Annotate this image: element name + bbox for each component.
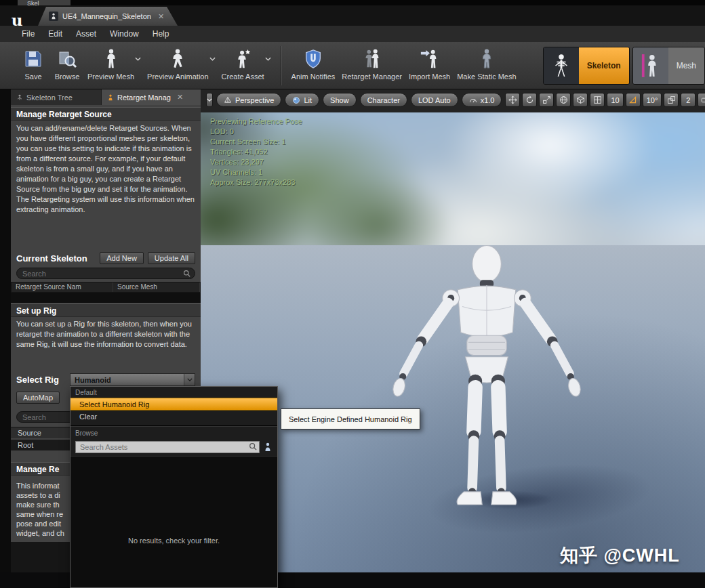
playback-speed-button[interactable]: x1.0 <box>462 93 502 107</box>
preview-mesh-dropdown-arrow[interactable] <box>135 57 141 61</box>
select-rig-row: Select Rig Humanoid <box>16 373 195 386</box>
tab-retarget-manager-label: Retarget Manag <box>117 93 171 102</box>
move-tool-button[interactable] <box>505 93 520 107</box>
show-label: Show <box>330 96 349 104</box>
lit-button[interactable]: Lit <box>285 93 319 107</box>
close-icon[interactable]: ✕ <box>158 12 164 21</box>
menu-item-clear[interactable]: Clear <box>70 411 277 423</box>
asset-picker-person-icon[interactable] <box>263 442 273 452</box>
update-all-button[interactable]: Update All <box>148 252 195 264</box>
menu-file[interactable]: File <box>15 27 41 41</box>
rig-combobox[interactable]: Humanoid <box>70 373 195 386</box>
character-label: Character <box>367 96 400 104</box>
tab-skeleton-tree[interactable]: Skeleton Tree <box>11 89 102 105</box>
viewport-options-button[interactable] <box>206 93 213 107</box>
preview-animation-button[interactable]: Preview Animation <box>144 45 212 82</box>
stat-lod: LOD: 0 <box>210 127 302 137</box>
dropdown-section-browse: Browse <box>70 427 277 438</box>
dropdown-section-default: Default <box>70 387 277 398</box>
chevron-down-icon <box>184 374 195 385</box>
character-button[interactable]: Character <box>360 93 407 107</box>
menu-item-select-humanoid-rig[interactable]: Select Humanoid Rig <box>70 398 277 411</box>
lit-label: Lit <box>304 96 312 104</box>
rotate-icon <box>525 96 534 104</box>
current-skeleton-row: Current Skeleton Add New Update All <box>16 252 195 264</box>
asset-results-area[interactable]: No results, check your filter. <box>70 456 277 587</box>
save-label: Save <box>24 72 41 81</box>
asset-search-box[interactable] <box>75 440 260 453</box>
titlebar: u UE4_Mannequin_Skeleton ✕ <box>0 5 705 26</box>
rig-column-source: Source <box>18 429 41 437</box>
watermark: 知乎 @CWHL <box>560 543 680 568</box>
world-coordinate-button[interactable] <box>556 93 571 107</box>
automap-row: AutoMap <box>16 391 60 404</box>
column-source-mesh[interactable]: Source Mesh <box>113 282 200 292</box>
manage-retarget-source-title: Manage Retarget Source <box>16 110 112 119</box>
create-asset-dropdown-arrow[interactable] <box>265 57 271 61</box>
tooltip: Select Engine Defined Humanoid Rig <box>281 408 420 429</box>
browse-button[interactable]: Browse <box>50 45 84 82</box>
make-static-mesh-button[interactable]: Make Static Mesh <box>454 45 519 82</box>
menu-window[interactable]: Window <box>103 27 146 41</box>
add-new-button[interactable]: Add New <box>100 252 144 264</box>
chevron-down-icon <box>207 98 212 102</box>
import-mesh-button[interactable]: Import Mesh <box>405 45 454 82</box>
manage-retarget-base-title: Manage Re <box>16 465 59 474</box>
mesh-mode-label: Mesh <box>668 47 704 84</box>
grid-snap-value[interactable]: 10 <box>607 93 623 107</box>
scale-snap-toggle[interactable] <box>664 93 679 107</box>
perspective-icon <box>224 96 232 104</box>
asset-tab[interactable]: UE4_Mannequin_Skeleton ✕ <box>38 7 178 26</box>
anim-notifies-label: Anim Notifies <box>291 72 336 81</box>
close-icon[interactable]: ✕ <box>177 93 183 102</box>
retarget-source-search[interactable] <box>16 268 195 279</box>
menu-edit[interactable]: Edit <box>41 27 69 41</box>
automap-button[interactable]: AutoMap <box>16 392 60 404</box>
stat-vertices: Vertices: 23,297 <box>210 157 302 167</box>
save-button[interactable]: Save <box>16 45 50 82</box>
grid-icon <box>593 96 602 104</box>
column-retarget-source-name[interactable]: Retarget Source Nam <box>12 282 113 292</box>
browse-label: Browse <box>55 72 80 81</box>
stat-approx-size: Approx Size: 277x73x283 <box>210 177 302 188</box>
grid-snap-label: 10 <box>611 96 619 104</box>
rotation-snap-value[interactable]: 10° <box>643 93 662 107</box>
section-set-up-rig: Set up Rig <box>11 303 201 317</box>
mode-skeleton-button[interactable]: Skeleton <box>543 47 630 85</box>
create-asset-icon <box>233 46 253 72</box>
grid-snap-toggle[interactable] <box>590 93 605 107</box>
skeleton-asset-icon <box>49 12 58 21</box>
mode-mesh-button[interactable]: Mesh <box>632 47 705 85</box>
scale-tool-button[interactable] <box>539 93 554 107</box>
perspective-label: Perspective <box>235 96 274 104</box>
rotate-tool-button[interactable] <box>522 93 537 107</box>
playback-speed-label: x1.0 <box>481 96 495 104</box>
unreal-editor-window: Skel u UE4_Mannequin_Skeleton ✕ File Edi… <box>0 0 705 588</box>
rig-dropdown-menu: Default Select Humanoid Rig Clear Browse… <box>70 386 278 588</box>
surface-snap-button[interactable] <box>573 93 588 107</box>
scale-snap-value[interactable]: 2 <box>681 93 696 107</box>
show-button[interactable]: Show <box>323 93 357 107</box>
lod-auto-button[interactable]: LOD Auto <box>411 93 458 107</box>
anim-notifies-button[interactable]: Anim Notifies <box>288 45 339 82</box>
retarget-source-list[interactable] <box>11 293 201 303</box>
create-asset-button[interactable]: Create Asset <box>218 45 268 82</box>
search-icon <box>183 270 190 277</box>
preview-animation-dropdown-arrow[interactable] <box>209 57 216 61</box>
menu-help[interactable]: Help <box>146 27 176 41</box>
preview-mesh-button[interactable]: Preview Mesh <box>84 45 138 82</box>
asset-search-input[interactable] <box>75 441 260 453</box>
camera-speed-button[interactable] <box>698 93 705 107</box>
section-manage-retarget-source: Manage Retarget Source <box>11 107 201 121</box>
tab-retarget-manager[interactable]: Retarget Manag ✕ <box>102 89 201 105</box>
menu-asset[interactable]: Asset <box>69 27 103 41</box>
asset-tab-title: UE4_Mannequin_Skeleton <box>62 12 151 20</box>
retarget-tab-icon <box>107 94 114 101</box>
dropdown-separator <box>70 423 277 426</box>
retarget-source-search-input[interactable] <box>22 270 183 278</box>
stat-previewing: Previewing Reference Pose <box>210 117 302 127</box>
retarget-manager-button[interactable]: Retarget Manager <box>338 45 405 82</box>
create-asset-label: Create Asset <box>222 72 264 81</box>
rotation-snap-toggle[interactable] <box>626 93 641 107</box>
perspective-button[interactable]: Perspective <box>216 93 281 107</box>
